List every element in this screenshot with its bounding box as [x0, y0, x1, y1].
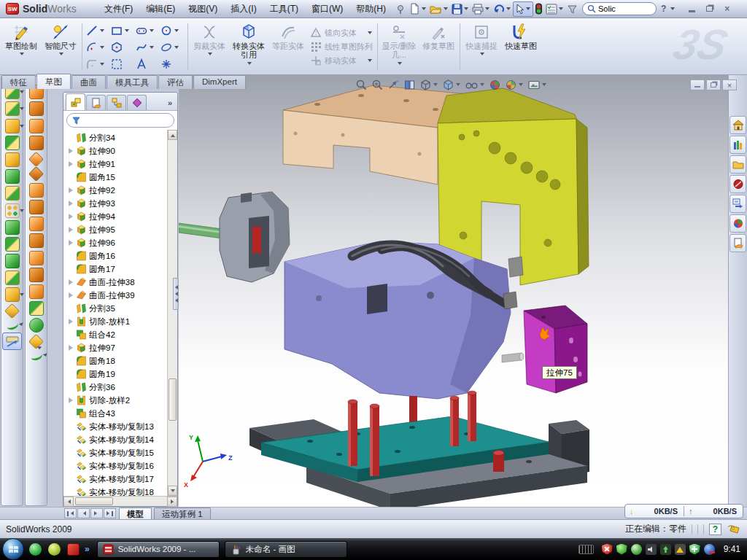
- tray-icon-volume[interactable]: [646, 544, 657, 555]
- search-input[interactable]: [598, 4, 640, 13]
- help-button[interactable]: ?: [657, 1, 677, 17]
- menu-window[interactable]: 窗口(W): [305, 0, 349, 18]
- tab-mold-tools[interactable]: 模具工具: [107, 75, 158, 89]
- tree-item[interactable]: 拉伸90: [67, 144, 177, 158]
- next-tab-button[interactable]: [90, 508, 103, 518]
- display-style-icon[interactable]: [442, 79, 461, 91]
- new-document-button[interactable]: [408, 1, 428, 17]
- tree-item[interactable]: 圆角15: [67, 171, 177, 184]
- scrollbar-thumb[interactable]: [169, 378, 177, 421]
- zoom-to-fit-icon[interactable]: [355, 79, 368, 91]
- view-palette-button[interactable]: [729, 195, 746, 213]
- quicklaunch-icon[interactable]: [48, 543, 61, 556]
- feature-tool-icon[interactable]: [5, 271, 20, 285]
- configurationmanager-tab[interactable]: [107, 95, 126, 110]
- tree-item[interactable]: 切除-放样1: [67, 315, 177, 328]
- print-button[interactable]: [471, 1, 492, 17]
- tree-item[interactable]: 曲面-拉伸39: [67, 289, 177, 302]
- menu-help[interactable]: 帮助(H): [349, 0, 392, 18]
- motion-study-tab[interactable]: 运动算例 1: [154, 508, 211, 519]
- previous-view-icon[interactable]: [387, 79, 400, 91]
- tray-icon-security-alert[interactable]: [602, 544, 613, 555]
- solidworks-search-button[interactable]: [729, 175, 746, 193]
- tree-item[interactable]: 拉伸96: [67, 236, 177, 249]
- feature-tool-icon[interactable]: [5, 319, 19, 331]
- measure-tool-button-pressed[interactable]: [2, 332, 22, 350]
- tree-item[interactable]: 圆角17: [67, 262, 177, 276]
- solidworks-resources-button[interactable]: [729, 116, 746, 134]
- select-tool-button[interactable]: [513, 1, 533, 17]
- polygon-tool-icon[interactable]: [110, 41, 135, 54]
- zoom-to-area-icon[interactable]: [371, 79, 384, 91]
- feature-tool-icon[interactable]: [5, 254, 20, 268]
- surface-tool-icon[interactable]: [28, 152, 44, 167]
- last-tab-button[interactable]: [104, 508, 116, 518]
- lasso-select-icon[interactable]: [110, 58, 135, 71]
- section-view-icon[interactable]: [403, 79, 416, 91]
- surface-tool-icon[interactable]: [29, 136, 44, 150]
- feature-tool-icon[interactable]: [5, 220, 20, 235]
- featuremanager-tree-tab[interactable]: [66, 93, 85, 110]
- repair-sketch-button[interactable]: 修复草图: [419, 20, 458, 73]
- quicklaunch-overflow-chevron[interactable]: »: [85, 544, 90, 554]
- status-help-button[interactable]: ?: [709, 524, 721, 535]
- surface-tool-icon[interactable]: [29, 268, 44, 282]
- tree-item[interactable]: 圆角18: [67, 354, 177, 368]
- tree-item[interactable]: 分割36: [67, 381, 177, 394]
- feature-tool-icon[interactable]: [5, 186, 20, 201]
- tree-filter-box[interactable]: [66, 113, 174, 128]
- smart-dimension-button[interactable]: 智能尺寸: [41, 20, 80, 73]
- propertymanager-tab[interactable]: [86, 95, 106, 110]
- surface-tool-icon[interactable]: [29, 350, 43, 362]
- tree-item[interactable]: 实体-移动/复制18: [67, 486, 177, 496]
- move-entities-button[interactable]: 移动实体: [311, 55, 373, 66]
- undo-button[interactable]: [492, 1, 513, 17]
- linear-sketch-pattern-button[interactable]: 线性草图阵列: [311, 42, 373, 52]
- feature-tool-icon[interactable]: [5, 287, 20, 302]
- arc-tool-icon[interactable]: [85, 41, 110, 54]
- tree-item[interactable]: 拉伸97: [67, 341, 177, 354]
- tree-item[interactable]: 分割35: [67, 302, 177, 315]
- pin-toolbar-icon[interactable]: [394, 1, 408, 17]
- offset-entities-button[interactable]: 等距实体: [268, 20, 308, 73]
- feature-tool-icon[interactable]: [4, 303, 20, 319]
- minimize-button[interactable]: [684, 3, 700, 15]
- custom-properties-button[interactable]: [729, 234, 746, 252]
- slot-tool-icon[interactable]: [135, 24, 160, 37]
- tree-item[interactable]: 拉伸91: [67, 158, 177, 171]
- tab-sketch[interactable]: 草图: [36, 74, 71, 89]
- tree-item[interactable]: 拉伸93: [67, 197, 177, 210]
- spline-tool-icon[interactable]: [135, 41, 160, 54]
- trim-entities-button[interactable]: 剪裁实体: [190, 20, 229, 73]
- tree-item[interactable]: 圆角19: [67, 368, 177, 381]
- quick-snaps-button[interactable]: 快速捕捉: [462, 20, 501, 73]
- scroll-up-button[interactable]: [168, 130, 177, 140]
- surface-tool-icon[interactable]: [29, 217, 44, 231]
- scroll-right-button[interactable]: [167, 497, 177, 507]
- tray-icon-warning[interactable]: [675, 544, 686, 555]
- tree-horizontal-scrollbar[interactable]: [63, 496, 177, 506]
- surface-tool-icon[interactable]: [29, 251, 44, 265]
- tree-item[interactable]: 实体-移动/复制15: [67, 446, 177, 459]
- search-box[interactable]: [582, 2, 657, 15]
- view-settings-icon[interactable]: [527, 79, 547, 90]
- file-explorer-button[interactable]: [729, 155, 746, 174]
- point-tool-icon[interactable]: [160, 58, 185, 71]
- tray-icon-antivirus[interactable]: [616, 544, 627, 555]
- menu-insert[interactable]: 插入(I): [224, 0, 263, 18]
- feature-tool-icon[interactable]: [5, 203, 20, 218]
- appearances-scenes-button[interactable]: [729, 214, 746, 233]
- surface-tool-icon[interactable]: [28, 166, 44, 182]
- tab-evaluate[interactable]: 评估: [158, 75, 193, 89]
- tray-icon-protection[interactable]: [689, 544, 700, 555]
- tree-item[interactable]: 实体-移动/复制14: [67, 433, 177, 446]
- view-orientation-icon[interactable]: [419, 79, 438, 91]
- surface-tool-icon[interactable]: [29, 200, 44, 214]
- 3d-model-scene[interactable]: Y Z X: [179, 75, 728, 507]
- doc-close-button[interactable]: ×: [722, 79, 737, 90]
- tray-icon-sync[interactable]: [704, 544, 715, 555]
- taskbar-button-paint[interactable]: 未命名 - 画图: [225, 541, 347, 558]
- scroll-down-button[interactable]: [168, 486, 177, 496]
- tray-icon-badge[interactable]: [631, 544, 642, 555]
- taskbar-button-solidworks[interactable]: SolidWorks 2009 - ...: [97, 541, 220, 558]
